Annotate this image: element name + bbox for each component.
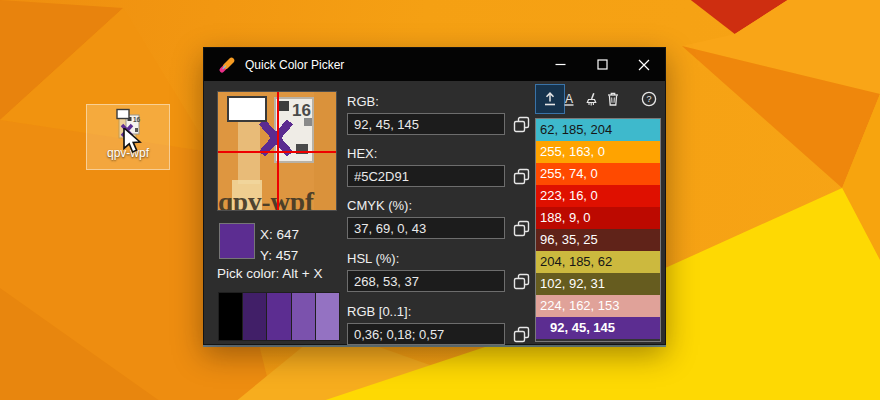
svg-text:?: ? (646, 94, 651, 104)
copy-hex-button[interactable] (510, 166, 532, 186)
close-icon (638, 59, 650, 71)
help-button[interactable]: ? (637, 84, 661, 114)
copy-rgb01-button[interactable] (510, 324, 532, 344)
svg-text:16: 16 (133, 116, 141, 123)
hsl-input[interactable] (347, 270, 505, 292)
copy-icon (513, 168, 530, 185)
shade-gradient-bar[interactable] (218, 292, 340, 341)
close-button[interactable] (623, 48, 665, 81)
color-history-row[interactable]: 224, 162, 153 (536, 295, 660, 317)
shade-cell[interactable] (243, 293, 266, 340)
copy-rgb-button[interactable] (510, 114, 532, 134)
shade-cell[interactable] (219, 293, 242, 340)
color-history-row[interactable]: 96, 35, 25 (536, 229, 660, 251)
quick-color-picker-window: Quick Color Picker (203, 47, 666, 345)
font-button[interactable]: A (557, 84, 581, 114)
cmyk-label: CMYK (%): (347, 198, 412, 213)
titlebar[interactable]: Quick Color Picker (204, 48, 665, 81)
help-icon: ? (640, 90, 658, 108)
color-history-row[interactable]: 188, 9, 0 (536, 207, 660, 229)
desktop: 16 qpv-wpf Quick Color Picker (0, 0, 880, 400)
copy-icon (513, 116, 530, 133)
magnifier-preview: 16 qpv-wpf (217, 91, 337, 211)
minimize-icon (555, 59, 566, 70)
shade-cell[interactable] (267, 293, 290, 340)
color-history-row[interactable]: 102, 92, 31 (536, 273, 660, 295)
eyedropper-app-icon (218, 56, 236, 74)
window-title: Quick Color Picker (245, 58, 344, 72)
coordinate-y: Y: 457 (260, 245, 299, 266)
hex-label: HEX: (347, 146, 377, 161)
mouse-cursor (122, 128, 144, 154)
pick-color-hint: Pick color: Alt + X (217, 266, 322, 281)
cursor-coordinates: X: 647 Y: 457 (260, 224, 299, 266)
hsl-label: HSL (%): (347, 251, 399, 266)
rgb-label: RGB: (347, 94, 379, 109)
delete-button[interactable] (601, 84, 625, 114)
shade-cell[interactable] (316, 293, 339, 340)
copy-icon (513, 326, 530, 343)
hex-input[interactable] (347, 165, 505, 187)
copy-icon (513, 273, 530, 290)
color-history-list: 62, 185, 204 255, 163, 0 255, 74, 0 223,… (535, 118, 661, 342)
maximize-button[interactable] (581, 48, 623, 81)
maximize-icon (597, 59, 608, 70)
color-history-row-selected[interactable]: 92, 45, 145 (536, 317, 660, 339)
color-history-row[interactable]: 255, 163, 0 (536, 141, 660, 163)
copy-icon (513, 220, 530, 237)
svg-text:A: A (565, 92, 573, 106)
rgb01-label: RGB [0..1]: (347, 304, 411, 319)
shade-cell[interactable] (292, 293, 315, 340)
copy-hsl-button[interactable] (510, 271, 532, 291)
color-history-row[interactable]: 255, 74, 0 (536, 163, 660, 185)
rgb-input[interactable] (347, 113, 505, 135)
color-history-row[interactable]: 204, 185, 62 (536, 251, 660, 273)
font-a-icon: A (560, 90, 578, 108)
magnifier-badge: 16 (292, 101, 311, 120)
color-history-row[interactable]: 62, 185, 204 (536, 119, 660, 141)
copy-cmyk-button[interactable] (510, 218, 532, 238)
rgb01-input[interactable] (347, 323, 505, 345)
coordinate-x: X: 647 (260, 224, 299, 245)
magnifier-pixel-text: qpv-wpf (218, 187, 315, 211)
trash-icon (604, 90, 622, 108)
minimize-button[interactable] (539, 48, 581, 81)
color-history-row[interactable]: 223, 16, 0 (536, 185, 660, 207)
picked-color-swatch (219, 223, 255, 259)
cmyk-input[interactable] (347, 217, 505, 239)
clear-brush-icon (583, 90, 601, 108)
